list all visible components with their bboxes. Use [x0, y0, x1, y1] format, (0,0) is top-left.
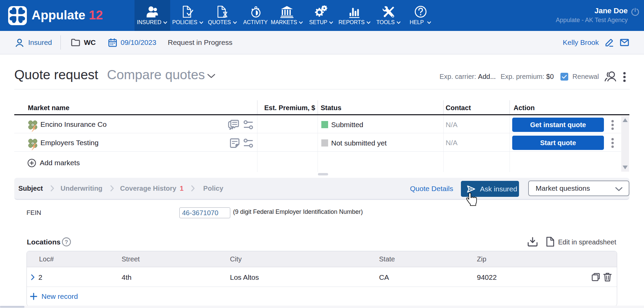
svg-text:?: ? [65, 239, 68, 245]
